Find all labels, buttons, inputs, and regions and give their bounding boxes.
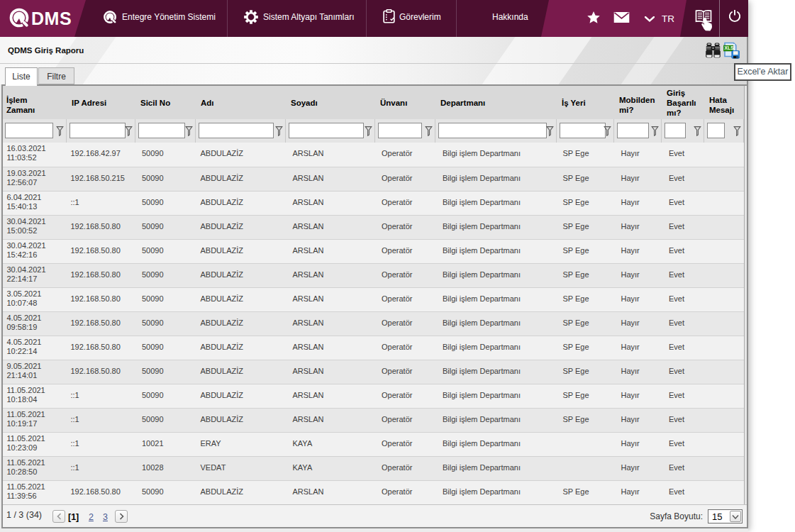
svg-text:XLS: XLS [725, 45, 735, 50]
